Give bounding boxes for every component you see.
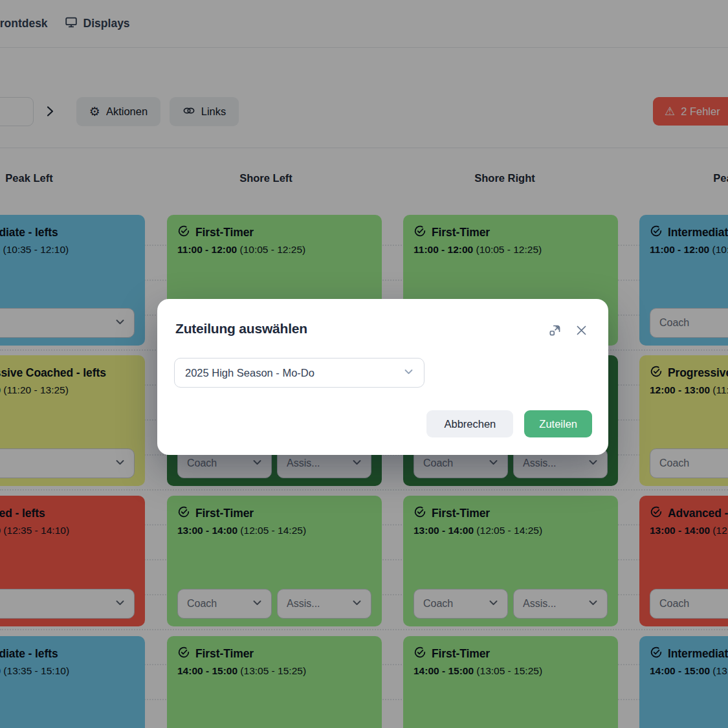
assignment-modal: Zuteilung auswählen 2025 High Season - M… bbox=[157, 299, 608, 455]
season-select[interactable]: 2025 High Season - Mo-Do bbox=[174, 358, 425, 388]
close-icon bbox=[575, 324, 588, 338]
close-button[interactable] bbox=[573, 324, 589, 339]
season-select-value: 2025 High Season - Mo-Do bbox=[185, 367, 314, 379]
modal-actions: Abbrechen Zuteilen bbox=[426, 410, 592, 437]
expand-icon bbox=[548, 324, 562, 339]
modal-title: Zuteilung auswählen bbox=[175, 321, 307, 336]
expand-button[interactable] bbox=[547, 324, 562, 339]
chevron-down-icon bbox=[403, 366, 415, 381]
app-root: Peak Left Intermediate - lefts 11:00 - 1… bbox=[0, 0, 728, 728]
confirm-button[interactable]: Zuteilen bbox=[524, 410, 592, 437]
cancel-button[interactable]: Abbrechen bbox=[426, 410, 513, 437]
